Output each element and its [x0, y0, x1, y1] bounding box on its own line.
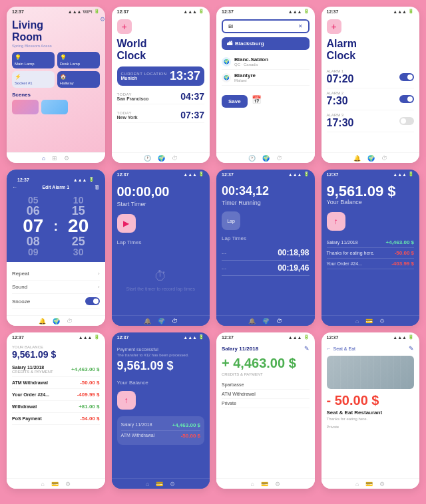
timer-nav-icon-4[interactable]: ⏱ [381, 155, 387, 162]
clock-nav-icon[interactable]: 🕐 [144, 155, 151, 162]
snooze-label: Snooze [12, 299, 30, 305]
balance-header-9: YOUR BALANCE 9,561.09 $ [12, 345, 100, 360]
world-icon-7[interactable]: 🌍 [262, 318, 270, 324]
first-result[interactable]: 🏙 Blacksburg [222, 37, 310, 50]
world-icon-3[interactable]: 🌍 [262, 155, 270, 162]
send-button-10[interactable]: ↑ [117, 391, 136, 410]
time-picker[interactable]: 05 06 07 08 09 : 10 15 20 25 30 [12, 195, 100, 257]
status-bar-2: 12:37 ▲▲▲ 🔋 [112, 7, 210, 16]
add-clock-button[interactable]: + [117, 19, 132, 34]
home-icon-9[interactable]: ⌂ [41, 481, 45, 487]
home-icon-11[interactable]: ⌂ [251, 481, 254, 487]
lap-empty-text: Start the timer to record lap times [126, 287, 195, 291]
setting-snooze[interactable]: Snooze [12, 294, 100, 309]
status-bar-1: 12:37 ▲▲▲ WiFi 🔋 [7, 7, 105, 16]
world-icon-6[interactable]: 🌍 [158, 318, 165, 324]
tl-item-2[interactable]: ATM Withdrawal -50.00 $ [12, 377, 100, 389]
setting-sound[interactable]: Sound › [12, 281, 100, 294]
settings-icon-11[interactable]: ⚙ [275, 481, 280, 487]
settings-icon-12[interactable]: ⚙ [379, 481, 385, 487]
timer-icon-3[interactable]: ⏱ [276, 155, 282, 162]
list-item-1[interactable]: 🌍 Blanc-Sablon QC · Canada [222, 54, 310, 70]
wallet-icon-10[interactable]: 💳 [156, 481, 163, 487]
device-desk-lamp[interactable]: 💡 Desk Lamp [57, 52, 100, 68]
alarm-toggle-1[interactable] [399, 73, 414, 81]
bottom-nav-2: 🕐 🌍 ⏱ [112, 152, 210, 163]
calendar-icon[interactable]: 📅 [252, 95, 262, 104]
phone-card-restaurant: 12:37 ▲▲▲ 🔋 ← Seat & Eat ✎ - 50.00 $ Sea… [321, 332, 420, 489]
home-icon-8[interactable]: ⌂ [355, 318, 359, 324]
device-hallway[interactable]: 🏠 Hallway [57, 71, 100, 88]
settings-nav-icon[interactable]: ⚙ [64, 155, 69, 162]
edit-button-12[interactable]: ✎ [409, 345, 414, 352]
tl-item-5[interactable]: PoS Payment -54.00 $ [12, 413, 100, 425]
scene-2[interactable] [41, 100, 68, 114]
detail-label-2: ATM Withdrawal [222, 392, 256, 396]
wallet-icon-12[interactable]: 💳 [365, 481, 373, 487]
wallet-icon-8[interactable]: 💳 [365, 318, 373, 324]
minute-picker[interactable]: 10 15 20 25 30 [68, 195, 89, 257]
alarm-toggle-2[interactable] [399, 95, 414, 103]
timer-icon-6[interactable]: ⏱ [172, 318, 178, 324]
wallet-icon-11[interactable]: 💳 [261, 481, 268, 487]
edit-button[interactable]: ✎ [304, 345, 310, 352]
device-label-4: Hallway [60, 81, 74, 85]
settings-icon-9[interactable]: ⚙ [65, 481, 71, 487]
room-title: Living Room [12, 19, 100, 43]
list-text-2: Blantyre Malawi [234, 72, 256, 82]
timer-icon-7[interactable]: ⏱ [276, 318, 282, 324]
tl-item-4[interactable]: Withdrawal +81.00 $ [12, 401, 100, 413]
settings-icon[interactable]: ⚙ [100, 16, 105, 23]
device-main-lamp[interactable]: 💡 Main Lamp [12, 52, 55, 68]
alarm-toggle-3[interactable] [399, 117, 414, 125]
world-icon-5[interactable]: 🌍 [53, 318, 60, 324]
timer-nav-icon[interactable]: ⏱ [172, 155, 178, 162]
hour-picker[interactable]: 05 06 07 08 09 [23, 195, 43, 257]
lap-row-2: --- 00:19,46 [222, 261, 310, 276]
settings-icon-8[interactable]: ⚙ [379, 318, 385, 324]
grid-nav-icon[interactable]: ⊞ [52, 155, 57, 162]
alarm-icon-5[interactable]: 🔔 [39, 318, 46, 324]
timer-icon-5[interactable]: ⏱ [67, 318, 73, 324]
payment-balance: 9,561.09 $ [117, 360, 205, 373]
alarm-3[interactable]: ALARM 3 17:30 [327, 110, 415, 132]
tl-item-1[interactable]: Salary 11/2018 CREDITS & PAYMENT +4,463.… [12, 362, 100, 377]
world-nav-icon-4[interactable]: 🌍 [367, 155, 375, 162]
battery-icon-10: 🔋 [198, 334, 204, 340]
clear-icon[interactable]: ✕ [298, 23, 303, 29]
snooze-toggle[interactable] [85, 297, 100, 305]
clock-icon-3[interactable]: 🕐 [248, 155, 256, 162]
lamp-icon-2: 💡 [60, 55, 67, 61]
home-icon-12[interactable]: ⌂ [355, 481, 359, 487]
wallet-icon-9[interactable]: 💳 [51, 481, 59, 487]
back-button-12[interactable]: ← Seat & Eat [327, 346, 355, 351]
status-time-4: 12:37 [327, 9, 339, 14]
save-button[interactable]: Save [222, 95, 248, 108]
settings-icon-10[interactable]: ⚙ [170, 481, 175, 487]
alarm-icon-6[interactable]: 🔔 [144, 318, 151, 324]
alarm-2[interactable]: ALARM 2 7:30 [327, 88, 415, 110]
trans-amount-2-8: -50.00 $ [395, 250, 414, 256]
play-button[interactable]: ▶ [117, 214, 136, 233]
home-icon-10[interactable]: ⌂ [146, 481, 149, 487]
device-socket[interactable]: ⚡ Socket #1 [12, 71, 55, 88]
current-location-entry: CURRENT LOCATION Munich 13:37 [117, 66, 205, 86]
scene-1[interactable] [12, 100, 39, 114]
lap-times-label-7: Lap Times [222, 235, 310, 241]
alarm-1[interactable]: ALARM 1 07:20 [327, 66, 415, 88]
setting-repeat[interactable]: Repeat › [12, 267, 100, 281]
ny-city: New York [117, 115, 138, 120]
lamp-icon: 💡 [15, 55, 21, 61]
delete-icon[interactable]: 🗑 [95, 184, 100, 190]
world-nav-icon[interactable]: 🌍 [158, 155, 165, 162]
list-item-2[interactable]: 🌍 Blantyre Malawi [222, 70, 310, 86]
alarm-nav-icon[interactable]: 🔔 [353, 155, 361, 162]
back-button[interactable]: ← [12, 184, 17, 190]
lap-button[interactable]: Lap [222, 211, 240, 230]
search-input-bar[interactable]: Bl ✕ [222, 19, 310, 33]
home-nav-icon[interactable]: ⌂ [42, 155, 45, 162]
send-button-8[interactable]: ↑ [327, 212, 345, 231]
tl-item-3[interactable]: Your Order #24... -409.99 $ [12, 389, 100, 401]
add-alarm-button[interactable]: + [327, 19, 341, 34]
alarm-icon-7[interactable]: 🔔 [248, 318, 256, 324]
